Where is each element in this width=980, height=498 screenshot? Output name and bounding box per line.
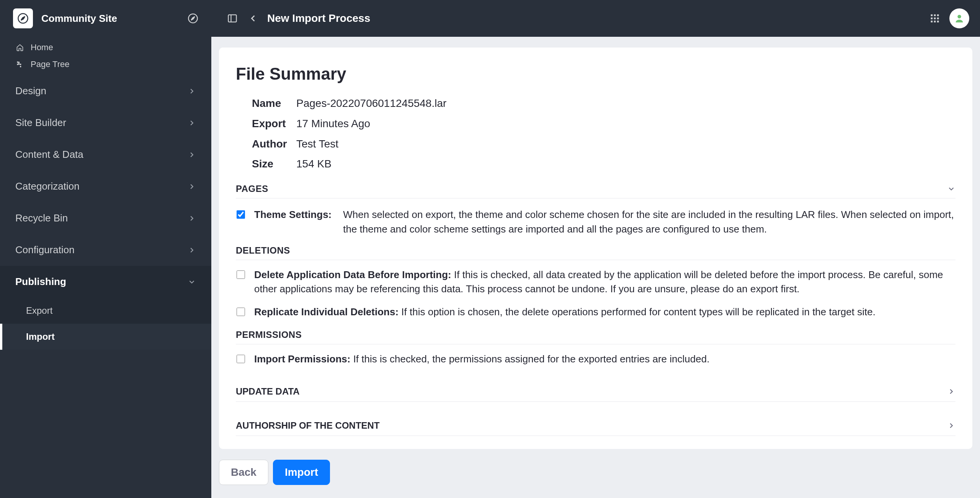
sidebar-section-publishing[interactable]: Publishing [0, 266, 211, 298]
sidebar-subitem-label: Import [26, 331, 55, 342]
sidebar-subitem-import[interactable]: Import [0, 324, 211, 350]
site-indicator-icon[interactable] [188, 13, 198, 24]
sidebar-section-label: Content & Data [15, 149, 83, 161]
delete-before-import-checkbox[interactable] [237, 270, 245, 279]
option-description: If this option is chosen, the delete ope… [401, 306, 875, 318]
sidebar-link-label: Page Tree [31, 59, 70, 69]
svg-rect-17 [934, 21, 936, 23]
svg-rect-12 [937, 15, 939, 16]
sidebar-section-content-data[interactable]: Content & Data [0, 139, 211, 170]
meta-value: Test Test [296, 136, 338, 153]
content-area: File Summary Name Pages-2022070601124554… [211, 37, 980, 498]
option-label: Replicate Individual Deletions: [254, 306, 401, 318]
sidebar-sections: Design Site Builder Content & Data Categ… [0, 75, 211, 350]
section-permissions: PERMISSIONS Import Permissions:If this i… [236, 329, 956, 374]
sidebar-section-label: Design [15, 85, 46, 97]
sidebar-link-page-tree[interactable]: Page Tree [0, 56, 211, 73]
compass-icon [17, 13, 29, 24]
svg-rect-15 [937, 18, 939, 20]
option-delete-before-import: Delete Application Data Before Importing… [236, 260, 956, 303]
chevron-right-icon [947, 387, 956, 396]
chevron-right-icon [188, 151, 196, 159]
sidebar-subitems-publishing: Export Import [0, 298, 211, 350]
sidebar-section-label: Site Builder [15, 117, 66, 129]
sidebar-section-categorization[interactable]: Categorization [0, 170, 211, 202]
meta-size: Size 154 KB [252, 154, 956, 174]
meta-label: Size [252, 156, 296, 173]
sidebar-subitem-label: Export [26, 305, 52, 316]
sidebar-section-label: Publishing [15, 276, 66, 288]
section-pages: PAGES Theme Settings: When selected on e… [236, 183, 956, 242]
svg-rect-13 [931, 18, 933, 20]
replicate-deletions-checkbox[interactable] [237, 308, 245, 316]
section-authorship[interactable]: AUTHORSHIP OF THE CONTENT [236, 410, 956, 436]
svg-point-19 [957, 15, 961, 18]
svg-marker-1 [21, 16, 25, 20]
user-icon [954, 13, 965, 24]
svg-rect-14 [934, 18, 936, 20]
sidebar-header: Community Site [0, 0, 211, 37]
svg-rect-8 [229, 15, 237, 22]
section-update-data[interactable]: UPDATE DATA [236, 376, 956, 402]
svg-rect-10 [931, 15, 933, 16]
site-name[interactable]: Community Site [41, 13, 188, 25]
meta-name: Name Pages-20220706011245548.lar [252, 93, 956, 114]
tree-icon [15, 60, 24, 69]
user-avatar[interactable] [949, 8, 969, 28]
section-deletions: DELETIONS Delete Application Data Before… [236, 245, 956, 326]
meta-export: Export 17 Minutes Ago [252, 114, 956, 134]
theme-settings-checkbox[interactable] [237, 210, 245, 219]
meta-author: Author Test Test [252, 134, 956, 154]
sidebar-section-configuration[interactable]: Configuration [0, 234, 211, 266]
svg-rect-11 [934, 15, 936, 16]
apps-menu-button[interactable] [929, 13, 940, 24]
section-header-permissions: PERMISSIONS [236, 329, 956, 344]
svg-rect-6 [20, 64, 21, 65]
option-label: Theme Settings: [254, 208, 332, 236]
panel-heading: File Summary [236, 64, 956, 84]
option-label: Import Permissions: [254, 353, 353, 365]
sidebar-section-design[interactable]: Design [0, 75, 211, 107]
sidebar-section-site-builder[interactable]: Site Builder [0, 107, 211, 139]
toggle-sidebar-button[interactable] [222, 8, 243, 29]
section-header-deletions: DELETIONS [236, 245, 956, 260]
section-header-label: DELETIONS [236, 245, 290, 256]
meta-value: 17 Minutes Ago [296, 115, 370, 133]
main-column: New Import Process File Summary Name Pag… [211, 0, 980, 498]
back-button[interactable] [243, 8, 263, 29]
back-action-button[interactable]: Back [219, 460, 268, 485]
grid-icon [929, 13, 940, 24]
chevron-right-icon [188, 119, 196, 127]
section-header-label: AUTHORSHIP OF THE CONTENT [236, 420, 380, 431]
section-header-label: UPDATE DATA [236, 386, 300, 397]
option-theme-settings: Theme Settings: When selected on export,… [236, 198, 956, 242]
section-header-label: PAGES [236, 183, 268, 194]
chevron-down-icon [188, 278, 196, 286]
meta-label: Author [252, 136, 296, 153]
svg-rect-7 [20, 66, 21, 67]
topbar: New Import Process [211, 0, 980, 37]
sidebar-section-label: Categorization [15, 180, 80, 192]
site-logo[interactable] [13, 8, 33, 28]
import-permissions-checkbox[interactable] [237, 355, 245, 363]
chevron-right-icon [188, 87, 196, 95]
sidebar-section-recycle-bin[interactable]: Recycle Bin [0, 202, 211, 234]
meta-value: 154 KB [296, 156, 332, 173]
option-description: If this is checked, the permissions assi… [353, 353, 710, 365]
import-panel: File Summary Name Pages-2022070601124554… [219, 48, 972, 449]
sidebar-subitem-export[interactable]: Export [0, 298, 211, 324]
section-header-pages[interactable]: PAGES [236, 183, 956, 198]
chevron-right-icon [947, 421, 956, 430]
option-replicate-deletions: Replicate Individual Deletions:If this o… [236, 303, 956, 326]
sidebar-top-links: Home Page Tree [0, 37, 211, 75]
chevron-right-icon [188, 214, 196, 223]
option-import-permissions: Import Permissions:If this is checked, t… [236, 344, 956, 374]
svg-rect-16 [931, 21, 933, 23]
svg-marker-3 [191, 16, 194, 20]
sidebar-link-label: Home [31, 43, 53, 52]
page-title: New Import Process [267, 12, 370, 25]
sidebar-link-home[interactable]: Home [0, 39, 211, 56]
meta-label: Export [252, 115, 296, 133]
import-action-button[interactable]: Import [273, 460, 330, 485]
option-label: Delete Application Data Before Importing… [254, 269, 454, 280]
